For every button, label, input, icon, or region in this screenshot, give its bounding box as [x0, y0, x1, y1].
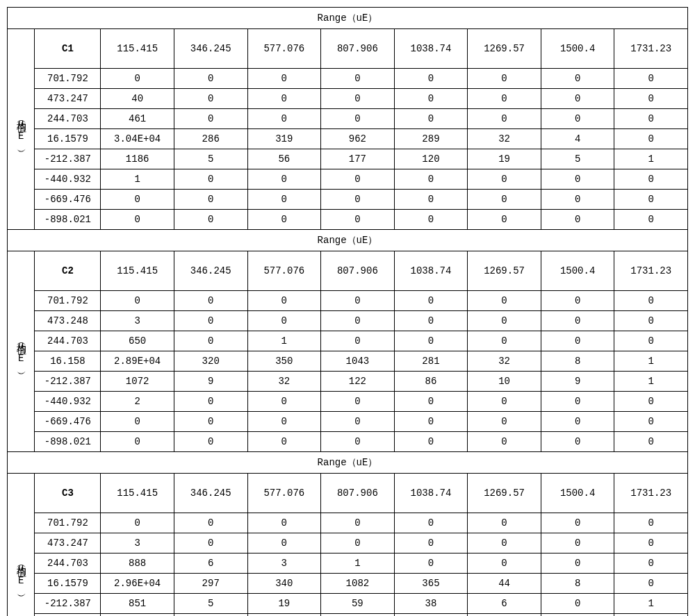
- table-row: -440.93220000000: [8, 392, 688, 412]
- data-cell: 0: [101, 291, 174, 311]
- data-cell: 0: [394, 190, 468, 210]
- vertical-axis-label: 均值（uE）: [8, 474, 35, 617]
- data-cell: 32: [468, 351, 541, 372]
- data-cell: 0: [614, 412, 688, 432]
- column-header-row: 均值（uE）C3115.415346.245577.076807.9061038…: [8, 474, 688, 513]
- data-cell: 3: [101, 311, 174, 331]
- section-name: C3: [35, 474, 101, 513]
- table-row: 16.1582.89E+0432035010432813281: [8, 351, 688, 372]
- table-row: -669.47600000000: [8, 412, 688, 432]
- data-cell: 0: [541, 190, 614, 210]
- data-cell: 0: [541, 432, 614, 452]
- range-header-row: Range（uE）: [8, 452, 688, 474]
- data-cell: 40: [101, 89, 174, 109]
- data-cell: 44: [468, 574, 541, 594]
- data-cell: 0: [321, 89, 395, 109]
- data-cell: 0: [174, 392, 247, 412]
- data-cell: 1082: [321, 574, 395, 594]
- data-cell: 0: [541, 594, 614, 614]
- data-cell: 0: [394, 614, 468, 617]
- column-header: 807.906: [321, 251, 395, 291]
- data-cell: 1: [614, 594, 688, 614]
- data-cell: 0: [174, 109, 247, 129]
- data-cell: 3: [247, 553, 321, 574]
- column-header: 807.906: [321, 474, 395, 513]
- data-cell: 0: [614, 311, 688, 331]
- section-name: C2: [35, 251, 101, 291]
- row-label: -898.021: [35, 432, 101, 452]
- row-label: 244.703: [35, 553, 101, 574]
- column-header-row: 均值（uE）C1115.415346.245577.076807.9061038…: [8, 29, 688, 69]
- data-cell: 0: [247, 392, 321, 412]
- table-row: 244.7034610000000: [8, 109, 688, 129]
- row-label: -669.476: [35, 412, 101, 432]
- data-cell: 0: [541, 392, 614, 412]
- data-cell: 1: [101, 169, 174, 190]
- data-cell: 0: [394, 291, 468, 311]
- row-label: -440.932: [35, 614, 101, 617]
- column-header: 577.076: [247, 29, 321, 69]
- column-header: 1500.4: [541, 474, 614, 513]
- column-header: 1269.57: [468, 29, 541, 69]
- data-cell: 0: [101, 69, 174, 89]
- data-cell: 0: [468, 614, 541, 617]
- data-cell: 0: [541, 614, 614, 617]
- data-cell: 0: [174, 291, 247, 311]
- data-cell: 120: [394, 149, 468, 169]
- data-cell: 1: [321, 553, 395, 574]
- section-name: C1: [35, 29, 101, 69]
- row-label: -212.387: [35, 149, 101, 169]
- data-cell: 0: [247, 69, 321, 89]
- column-header: 1731.23: [614, 29, 688, 69]
- data-cell: 0: [247, 169, 321, 190]
- data-cell: 0: [321, 533, 395, 553]
- data-cell: 0: [468, 412, 541, 432]
- row-label: -440.932: [35, 392, 101, 412]
- table-row: -898.02100000000: [8, 210, 688, 230]
- range-header-row: Range（uE）: [8, 230, 688, 251]
- column-header: 577.076: [247, 474, 321, 513]
- data-cell: 0: [468, 169, 541, 190]
- data-cell: 0: [247, 513, 321, 533]
- data-cell: 962: [321, 129, 395, 149]
- data-cell: 0: [174, 210, 247, 230]
- data-cell: 0: [614, 89, 688, 109]
- data-cell: 0: [541, 533, 614, 553]
- data-cell: 0: [394, 533, 468, 553]
- data-cell: 0: [614, 69, 688, 89]
- data-cell: 0: [614, 190, 688, 210]
- data-cell: 0: [247, 432, 321, 452]
- data-cell: 0: [468, 331, 541, 351]
- data-cell: 1: [614, 149, 688, 169]
- column-header-row: 均值（uE）C2115.415346.245577.076807.9061038…: [8, 251, 688, 291]
- data-cell: 0: [174, 513, 247, 533]
- data-cell: 0: [468, 533, 541, 553]
- data-cell: 0: [321, 331, 395, 351]
- data-cell: 0: [541, 69, 614, 89]
- data-cell: 0: [394, 311, 468, 331]
- data-cell: 286: [174, 129, 247, 149]
- data-cell: 0: [174, 169, 247, 190]
- table-row: 473.247400000000: [8, 89, 688, 109]
- row-label: -212.387: [35, 594, 101, 614]
- table-row: 473.24830000000: [8, 311, 688, 331]
- data-cell: 0: [614, 109, 688, 129]
- data-cell: 0: [541, 513, 614, 533]
- data-cell: 0: [321, 412, 395, 432]
- data-cell: 0: [174, 412, 247, 432]
- table-row: -212.38711865561771201951: [8, 149, 688, 169]
- data-cell: 56: [247, 149, 321, 169]
- data-cell: 0: [321, 210, 395, 230]
- data-cell: 0: [468, 69, 541, 89]
- data-cell: 0: [394, 432, 468, 452]
- data-cell: 1: [614, 351, 688, 372]
- data-cell: 38: [394, 594, 468, 614]
- data-cell: 0: [468, 210, 541, 230]
- data-cell: 2.96E+04: [101, 574, 174, 594]
- column-header: 1038.74: [394, 251, 468, 291]
- data-cell: 2.89E+04: [101, 351, 174, 372]
- table-row: 244.7036500100000: [8, 331, 688, 351]
- data-cell: 32: [468, 129, 541, 149]
- data-cell: 10: [468, 372, 541, 392]
- data-cell: 177: [321, 149, 395, 169]
